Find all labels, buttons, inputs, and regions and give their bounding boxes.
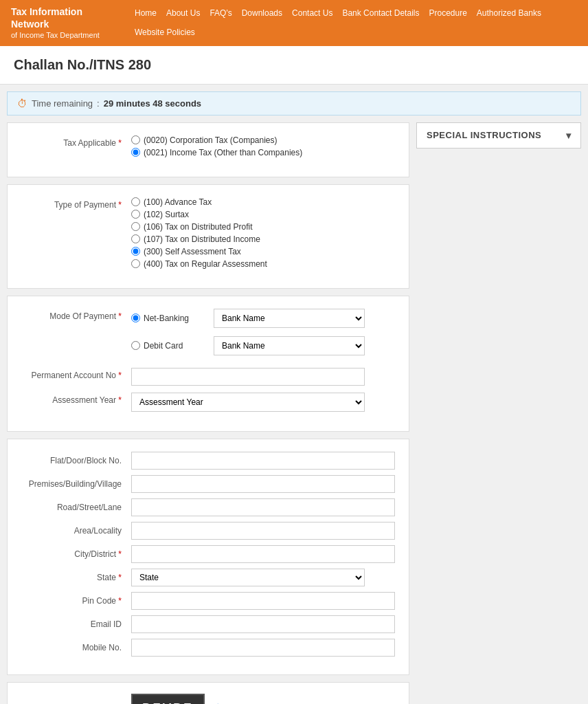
pincode-row: Pin Code * [21,592,395,610]
payment-400-label: (400) Tax on Regular Assessment [144,259,267,269]
org-subtitle: of Income Tax Department [11,30,121,40]
state-label: State * [21,573,131,582]
type-of-payment-label: Type of Payment * [21,197,131,210]
debit-card-radio[interactable] [131,341,140,350]
nav-website-policies[interactable]: Website Policies [135,28,195,37]
state-row: State * State Andhra Pradesh Assam Bihar… [21,569,395,586]
mobile-input[interactable] [131,639,395,657]
timer-value: 29 minutes 48 seconds [104,98,201,109]
tax-corp-option[interactable]: (0020) Corporation Tax (Companies) [131,135,395,145]
tax-income-radio[interactable] [131,148,140,157]
nav-bank-contact[interactable]: Bank Contact Details [342,8,419,18]
nav-procedure[interactable]: Procedure [429,8,466,18]
payment-100-radio[interactable] [131,197,140,206]
payment-details-section: Mode Of Payment * Net-Banking Bank Name [7,296,409,432]
net-banking-label: Net-Banking [144,314,189,323]
org-name: Tax Information Network [11,6,121,30]
payment-102-radio[interactable] [131,210,140,219]
address-section: Flat/Door/Block No. Premises/Building/Vi… [7,439,409,675]
payment-300-label: (300) Self Assessment Tax [144,247,241,256]
main-content: Tax Applicable * (0020) Corporation Tax … [0,116,588,704]
payment-300-option[interactable]: (300) Self Assessment Tax [131,247,395,256]
area-label: Area/Locality [21,526,131,536]
nav-faqs[interactable]: FAQ's [210,8,231,18]
area-input[interactable] [131,522,395,540]
payment-400-option[interactable]: (400) Tax on Regular Assessment [131,259,395,269]
email-label: Email ID [21,619,131,629]
main-nav: Home About Us FAQ's Downloads Contact Us… [135,8,577,37]
assessment-year-row: Assessment Year * Assessment Year 2024-2… [21,393,395,412]
payment-106-label: (106) Tax on Distributed Profit [144,222,253,232]
nav-about[interactable]: About Us [166,8,200,18]
flat-row: Flat/Door/Block No. [21,452,395,470]
payment-300-radio[interactable] [131,247,140,256]
nav-downloads[interactable]: Downloads [242,8,282,18]
site-logo: Tax Information Network of Income Tax De… [11,6,121,41]
mode-of-payment-label: Mode Of Payment * [21,309,131,321]
email-input[interactable] [131,615,395,633]
payment-100-label: (100) Advance Tax [144,197,212,207]
net-banking-bank-select[interactable]: Bank Name [214,309,365,328]
assessment-year-label: Assessment Year * [21,393,131,405]
tax-income-option[interactable]: (0021) Income Tax (Other than Companies) [131,148,395,157]
page-title-bar: Challan No./ITNS 280 [0,46,588,85]
assessment-year-select[interactable]: Assessment Year 2024-25 2023-24 2022-23 … [131,393,365,412]
payment-102-label: (102) Surtax [144,210,189,219]
premises-label: Premises/Building/Village [21,479,131,489]
pan-row: Permanent Account No * [21,368,395,386]
city-row: City/District * [21,545,395,563]
pan-label: Permanent Account No * [21,368,131,380]
type-of-payment-options: (100) Advance Tax (102) Surtax (106) Tax… [131,197,395,269]
debit-card-option[interactable]: Debit Card [131,341,207,351]
mode-of-payment-row: Mode Of Payment * Net-Banking Bank Name [21,309,395,361]
net-banking-option[interactable]: Net-Banking [131,314,207,323]
pincode-input[interactable] [131,592,395,610]
debit-card-label: Debit Card [144,341,183,351]
payment-100-option[interactable]: (100) Advance Tax [131,197,395,207]
city-input[interactable] [131,545,395,563]
flat-input[interactable] [131,452,395,470]
tax-applicable-options: (0020) Corporation Tax (Companies) (0021… [131,135,395,157]
nav-authorized-banks[interactable]: Authorized Banks [477,8,541,18]
road-input[interactable] [131,498,395,516]
special-instructions-header[interactable]: SPECIAL INSTRUCTIONS ▾ [416,122,581,148]
mode-of-payment-options: Net-Banking Bank Name Debit Card Bank Na… [131,309,395,361]
tax-applicable-section: Tax Applicable * (0020) Corporation Tax … [7,122,409,177]
pan-input[interactable] [131,368,365,386]
debit-card-bank-select[interactable]: Bank Name [214,336,365,355]
captcha-section: Captcha Code * PFWR7 click to refresh im… [7,682,409,704]
form-area: Tax Applicable * (0020) Corporation Tax … [7,122,409,704]
type-of-payment-row: Type of Payment * (100) Advance Tax (102… [21,197,395,269]
road-row: Road/Street/Lane [21,498,395,516]
premises-input[interactable] [131,475,395,493]
tax-corp-radio[interactable] [131,135,140,144]
tax-income-label: (0021) Income Tax (Other than Companies) [144,148,302,157]
timer-icon: ⏱ [17,98,27,109]
chevron-down-icon: ▾ [566,130,572,141]
flat-label: Flat/Door/Block No. [21,456,131,465]
road-label: Road/Street/Lane [21,503,131,512]
debit-card-row: Debit Card Bank Name [131,336,395,355]
assessment-year-field-content: Assessment Year 2024-25 2023-24 2022-23 … [131,393,395,412]
payment-107-option[interactable]: (107) Tax on Distributed Income [131,234,395,244]
email-row: Email ID [21,615,395,633]
payment-400-radio[interactable] [131,259,140,268]
payment-107-label: (107) Tax on Distributed Income [144,234,260,244]
payment-106-radio[interactable] [131,222,140,231]
state-select[interactable]: State Andhra Pradesh Assam Bihar Delhi G… [131,569,365,586]
site-header: Tax Information Network of Income Tax De… [0,0,588,46]
payment-102-option[interactable]: (102) Surtax [131,210,395,219]
page-title: Challan No./ITNS 280 [14,57,574,73]
tax-applicable-label: Tax Applicable * [21,135,131,148]
nav-contact[interactable]: Contact Us [292,8,332,18]
payment-107-radio[interactable] [131,234,140,243]
mobile-row: Mobile No. [21,639,395,657]
tax-applicable-row: Tax Applicable * (0020) Corporation Tax … [21,135,395,157]
pan-field-content [131,368,395,386]
captcha-image: PFWR7 [131,694,205,704]
special-instructions-label: SPECIAL INSTRUCTIONS [427,130,541,140]
payment-106-option[interactable]: (106) Tax on Distributed Profit [131,222,395,232]
net-banking-radio[interactable] [131,314,140,322]
nav-home[interactable]: Home [135,8,157,18]
timer-bar: ⏱ Time remaining: 29 minutes 48 seconds [7,91,581,116]
